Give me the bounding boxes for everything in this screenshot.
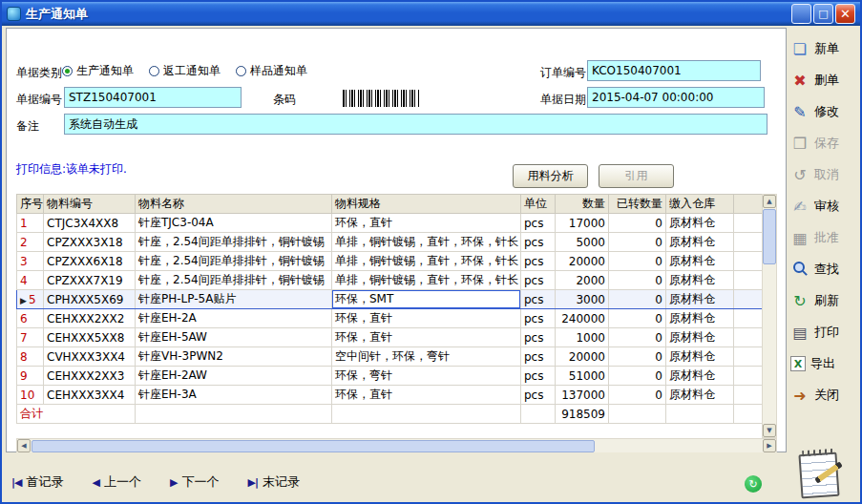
scroll-left-icon[interactable]: ◀	[17, 439, 31, 452]
sidebar-button-audit[interactable]: ✍审核	[790, 193, 861, 220]
sidebar-button-label: 查找	[814, 261, 839, 278]
sidebar-button-delete-doc[interactable]: ✖删单	[790, 67, 861, 94]
sidebar-button-new-doc[interactable]: ❏新单	[790, 35, 861, 62]
scroll-right-icon[interactable]: ▶	[763, 439, 776, 452]
nav-next-record[interactable]: ▶下一个	[170, 473, 219, 491]
col-spec[interactable]: 物料规格	[332, 195, 521, 214]
col-seq[interactable]: 序号	[17, 195, 44, 214]
cell-name: 针座，2.54间距单排排针，铜针镀锡	[136, 271, 332, 290]
table-row[interactable]: 9CEHXXX2XX3针座EH-2AW环保，弯针pcs510000原材料仓	[17, 367, 763, 386]
col-code[interactable]: 物料编号	[44, 195, 136, 214]
cell-transferred: 0	[609, 328, 666, 347]
radio-icon	[149, 66, 159, 76]
col-warehouse[interactable]: 缴入仓库	[666, 195, 734, 214]
doc-date-input[interactable]	[587, 87, 765, 108]
table-row[interactable]: 3CPZXXX6X18针座，2.54间距单排排针，铜针镀锡单排，铜针镀锡，直针，…	[17, 252, 763, 271]
sidebar-button-edit[interactable]: ✎修改	[790, 98, 861, 125]
radio-option[interactable]: 样品通知单	[236, 63, 307, 79]
sync-icon[interactable]: ↻	[745, 475, 762, 493]
table-header-row: 序号 物料编号 物料名称 物料规格 单位 数量 已转数量 缴入仓库	[17, 195, 763, 214]
nav-first-record[interactable]: |◀首记录	[11, 473, 63, 491]
sidebar-button-close-app[interactable]: ➜关闭	[790, 382, 861, 409]
sidebar: ❏新单✖删单✎修改❒保存↺取消✍审核▦批准查找↻刷新▤打印X导出➜关闭	[790, 28, 861, 409]
cell-warehouse: 原材料仓	[666, 367, 734, 386]
col-qty[interactable]: 数量	[556, 195, 609, 214]
col-unit[interactable]: 单位	[521, 195, 556, 214]
horizontal-scroll-thumb[interactable]	[32, 440, 595, 452]
refresh-icon: ↻	[790, 291, 809, 310]
radio-option[interactable]: 返工通知单	[149, 63, 221, 79]
doc-date-label: 单据日期	[540, 92, 586, 108]
cell-filler	[734, 214, 763, 233]
vertical-scroll-thumb[interactable]	[763, 209, 776, 264]
cell-seq: 1	[17, 214, 44, 233]
cell-seq: 9	[17, 367, 44, 386]
close-icon[interactable]: ✕	[835, 4, 855, 24]
sidebar-button-save[interactable]: ❒保存	[790, 130, 861, 157]
sidebar-button-label: 审核	[814, 198, 839, 215]
barcode-image	[343, 90, 419, 107]
remark-input[interactable]	[64, 114, 767, 135]
cell-seq: 7	[17, 328, 44, 347]
cell-transferred: 0	[609, 214, 666, 233]
cell-seq: 4	[17, 271, 44, 290]
cell-spec: 单排，铜针镀锡，直针，环保，针长，	[332, 233, 521, 252]
table-vertical-scrollbar[interactable]: ▲ ▼	[762, 194, 777, 438]
print-icon: ▤	[790, 323, 809, 342]
cell-warehouse: 原材料仓	[666, 386, 734, 405]
find-icon	[790, 260, 809, 279]
cell-transferred: 0	[609, 290, 666, 309]
order-no-input[interactable]	[587, 60, 761, 81]
cell-transferred: 0	[609, 386, 666, 405]
material-table: 序号 物料编号 物料名称 物料规格 单位 数量 已转数量 缴入仓库 1CTJC3…	[16, 194, 762, 424]
material-analysis-button[interactable]: 用料分析	[513, 164, 588, 188]
table-row[interactable]: 5CPHXXX5X69针座PH-LP-5A贴片环保，SMTpcs30000原材料…	[17, 290, 763, 309]
last-record-icon: ▶|	[247, 476, 257, 489]
sidebar-button-find[interactable]: 查找	[790, 256, 861, 283]
nav-prev-record[interactable]: ◀上一个	[92, 473, 140, 491]
table-row[interactable]: 6CEHXXX2XX2针座EH-2A环保，直针pcs2400000原材料仓	[17, 309, 763, 328]
sidebar-button-refresh[interactable]: ↻刷新	[790, 287, 861, 314]
sidebar-button-export[interactable]: X导出	[790, 350, 861, 377]
cell-spec: 环保，直针	[332, 214, 521, 233]
production-notice-window: 生产通知单 _ □ ✕ 单据类别 生产通知单返工通知单样品通知单 订单编号 单据…	[0, 0, 862, 504]
nav-last-record[interactable]: ▶|末记录	[247, 473, 299, 491]
cell-filler	[734, 328, 763, 347]
cell-seq: 5	[17, 290, 44, 309]
table-row[interactable]: 8CVHXXX3XX4针座VH-3PWN2空中间针，环保，弯针pcs200000…	[17, 347, 763, 367]
table-row[interactable]: 2CPZXXX3X18针座，2.54间距单排排针，铜针镀锡单排，铜针镀锡，直针，…	[17, 233, 763, 252]
table-row[interactable]: 1CTJC3X4XX8针座TJC3-04A环保，直针pcs170000原材料仓	[17, 214, 763, 233]
titlebar: 生产通知单 _ □ ✕	[2, 2, 860, 26]
sidebar-button-cancel[interactable]: ↺取消	[790, 161, 861, 188]
table-horizontal-scrollbar[interactable]: ◀ ▶	[16, 438, 777, 453]
maximize-icon[interactable]: □	[813, 4, 833, 24]
cell-code: CEHXXX2XX3	[44, 367, 136, 386]
cell-name: 针座EH-2AW	[136, 367, 332, 386]
window-title: 生产通知单	[26, 6, 787, 23]
doc-no-input[interactable]	[64, 87, 242, 108]
cell-name: 针座EH-5AW	[136, 328, 332, 347]
cell-warehouse: 原材料仓	[666, 214, 734, 233]
sidebar-button-print[interactable]: ▤打印	[790, 319, 861, 346]
table-row[interactable]: 10CEHXXX3XX4针座EH-3A环保，直针pcs1370000原材料仓	[17, 386, 763, 405]
scroll-down-icon[interactable]: ▼	[763, 424, 776, 437]
sidebar-button-label: 取消	[814, 166, 839, 183]
minimize-icon[interactable]: _	[791, 4, 811, 24]
cell-transferred: 0	[609, 347, 666, 367]
export-icon: X	[790, 356, 806, 371]
cell-code: CPZXXX3X18	[44, 233, 136, 252]
col-name[interactable]: 物料名称	[136, 195, 332, 214]
sidebar-button-label: 导出	[810, 355, 835, 372]
table-row[interactable]: 7CEHXXX5XX8针座EH-5AW环保，直针pcs10000原材料仓	[17, 328, 763, 347]
sidebar-button-label: 新单	[814, 40, 839, 57]
sidebar-button-approve[interactable]: ▦批准	[790, 224, 861, 251]
quote-button[interactable]: 引用	[599, 164, 674, 188]
material-table-body: 1CTJC3X4XX8针座TJC3-04A环保，直针pcs170000原材料仓2…	[17, 214, 763, 424]
radio-option[interactable]: 生产通知单	[62, 63, 134, 79]
scroll-up-icon[interactable]: ▲	[763, 195, 776, 208]
doc-no-label: 单据编号	[16, 92, 62, 108]
cell-qty: 17000	[556, 214, 609, 233]
table-row[interactable]: 4CPZXXX7X19针座，2.54间距单排排针，铜针镀锡单排，铜针镀锡，直针，…	[17, 271, 763, 290]
col-transferred[interactable]: 已转数量	[609, 195, 666, 214]
category-radio-group: 生产通知单返工通知单样品通知单	[62, 62, 307, 79]
